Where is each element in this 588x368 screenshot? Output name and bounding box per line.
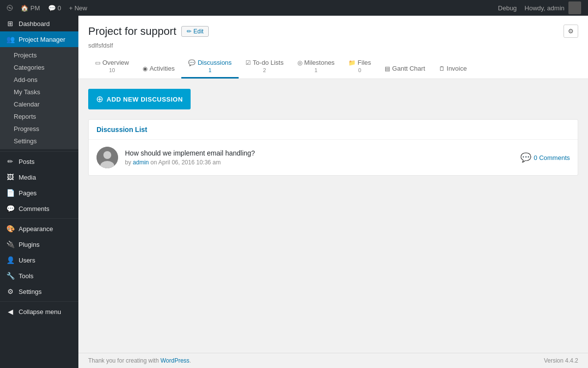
media-icon: 🖼 [6,173,15,181]
discussion-body: How should we implement email handling? … [125,149,514,166]
milestones-icon: ◎ [297,59,302,66]
sidebar-item-reports[interactable]: Reports [8,110,78,123]
sidebar-item-pm-settings[interactable]: Settings [8,135,78,147]
sidebar-item-pages[interactable]: 📄 Pages [0,185,78,201]
sidebar-item-project-manager[interactable]: 👥 Project Manager [0,31,78,47]
tab-invoice[interactable]: 🗒 Invoice [432,61,474,79]
tabs-bar: ▭ Overview 10 ◉ Activities 💬 Discussio [88,55,578,79]
sidebar-item-calendar[interactable]: Calendar [8,98,78,110]
files-icon: 📁 [348,59,356,66]
sidebar-item-progress[interactable]: Progress [8,123,78,135]
footer: Thank you for creating with WordPress. V… [78,353,588,368]
pencil-icon: ✏ [187,28,192,35]
overview-icon: ▭ [95,59,100,66]
sidebar-item-addons[interactable]: Add-ons [8,74,78,86]
comments-link[interactable]: 💬 0 Comments [520,152,570,163]
sidebar-collapse[interactable]: ◀ Collapse menu [0,304,78,319]
discussion-list-title: Discussion List [97,126,147,133]
wp-link[interactable]: WordPress [160,357,189,364]
tools-icon: 🔧 [6,272,15,280]
avatar [97,147,118,168]
user-avatar-icon [568,1,581,14]
top-bar: 🏠 PM 💬 0 + New Debug Howdy, admin [0,0,588,16]
top-bar-right: Debug Howdy, admin [494,0,585,16]
debug-menu-item[interactable]: Debug [494,0,520,16]
sidebar-item-media[interactable]: 🖼 Media [0,169,78,185]
sidebar-item-my-tasks[interactable]: My Tasks [8,86,78,98]
pages-icon: 📄 [6,189,15,197]
dashboard-icon: ⊞ [6,20,15,27]
discussion-list-header: Discussion List [89,120,578,140]
comment-icon: 💬 [48,4,56,12]
pm-menu-item[interactable]: 🏠 PM [17,0,44,16]
project-title: Project for support [88,25,176,38]
discussion-title: How should we implement email handling? [125,149,514,157]
comment-bubble-icon: 💬 [520,152,531,163]
main-content: Project for support ✏ Edit ⚙ sdlfsfdslf … [78,16,588,368]
discussion-item: How should we implement email handling? … [89,140,578,175]
sidebar-item-comments[interactable]: 💬 Comments [0,201,78,216]
sidebar-item-settings[interactable]: ⚙ Settings [0,284,78,299]
sidebar-item-projects[interactable]: Projects [8,49,78,61]
new-menu-item[interactable]: + New [65,0,91,16]
comments-menu-item[interactable]: 💬 0 [44,0,65,16]
footer-thanks: Thank you for creating with WordPress. [88,357,191,364]
activities-icon: ◉ [143,65,147,72]
tab-files[interactable]: 📁 Files 0 [342,55,378,79]
user-menu-item[interactable]: Howdy, admin [521,0,585,16]
sidebar-item-tools[interactable]: 🔧 Tools [0,268,78,284]
svg-point-3 [103,151,111,159]
tab-gantt-chart[interactable]: ▤ Gantt Chart [378,61,432,79]
avatar-image [97,147,118,168]
discussions-icon: 💬 [188,59,196,66]
footer-version: Version 4.4.2 [544,357,578,364]
collapse-icon: ◀ [6,308,15,315]
gantt-icon: ▤ [385,65,390,72]
tab-milestones[interactable]: ◎ Milestones 1 [291,55,342,79]
sidebar-item-appearance[interactable]: 🎨 Appearance [0,221,78,237]
gear-icon: ⚙ [568,27,574,35]
project-subtitle: sdlfsfdslf [88,42,578,49]
project-manager-icon: 👥 [6,35,15,43]
svg-point-1 [9,7,10,8]
invoice-icon: 🗒 [439,65,445,72]
sidebar-item-users[interactable]: 👤 Users [0,252,78,268]
add-circle-icon: ⊕ [96,94,104,105]
content-area: ⊕ ADD NEW DISCUSSION Discussion List [78,79,588,353]
discussion-list-card: Discussion List How should we [88,119,578,176]
wp-logo[interactable] [3,1,17,15]
sidebar-item-plugins[interactable]: 🔌 Plugins [0,237,78,252]
tab-overview[interactable]: ▭ Overview 10 [88,55,136,79]
pm-icon: 🏠 [21,4,28,12]
sidebar-item-posts[interactable]: ✏ Posts [0,154,78,169]
discussion-meta: by admin on April 06, 2016 10:36 am [125,159,514,166]
plugins-icon: 🔌 [6,240,15,248]
appearance-icon: 🎨 [6,225,15,233]
discussion-author-link[interactable]: admin [133,159,149,166]
sidebar-item-categories[interactable]: Categories [8,61,78,74]
tab-activities[interactable]: ◉ Activities [136,61,181,79]
todo-icon: ☑ [245,59,251,66]
tab-todo-lists[interactable]: ☑ To-do Lists 2 [239,55,291,79]
pm-sub-menu: Projects Categories Add-ons My Tasks Cal… [0,47,78,149]
tab-discussions[interactable]: 💬 Discussions 1 [181,55,238,79]
sidebar: ⊞ Dashboard 👥 Project Manager Projects C… [0,16,78,368]
project-settings-button[interactable]: ⚙ [564,25,578,38]
edit-project-button[interactable]: ✏ Edit [181,26,209,37]
add-discussion-button[interactable]: ⊕ ADD NEW DISCUSSION [88,89,191,109]
users-icon: 👤 [6,256,15,264]
comments-icon: 💬 [6,205,15,212]
settings-icon: ⚙ [6,288,15,295]
sidebar-item-dashboard[interactable]: ⊞ Dashboard [0,16,78,31]
project-header: Project for support ✏ Edit ⚙ sdlfsfdslf … [78,16,588,79]
posts-icon: ✏ [6,158,15,165]
